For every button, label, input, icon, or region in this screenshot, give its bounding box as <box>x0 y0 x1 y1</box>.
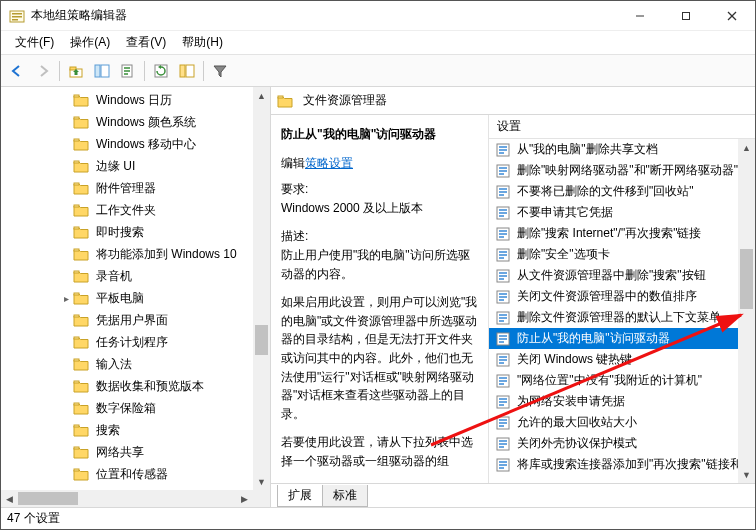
up-button[interactable] <box>64 59 88 83</box>
scroll-right-icon[interactable]: ▶ <box>236 490 253 507</box>
svg-rect-26 <box>74 315 79 317</box>
settings-item-label: 允许的最大回收站大小 <box>517 414 637 431</box>
edit-policy-link[interactable]: 策略设置 <box>305 156 353 170</box>
details-pane: 文件资源管理器 防止从"我的电脑"访问驱动器 编辑策略设置 要求: Window… <box>271 87 755 507</box>
tree-item[interactable]: 输入法 <box>1 353 253 375</box>
settings-item[interactable]: 删除"映射网络驱动器"和"断开网络驱动器" <box>489 160 738 181</box>
settings-item[interactable]: 关闭外壳协议保护模式 <box>489 433 738 454</box>
minimize-button[interactable] <box>617 1 663 31</box>
svg-rect-11 <box>101 65 109 77</box>
settings-item[interactable]: 关闭 Windows 键热键 <box>489 349 738 370</box>
toolbar <box>1 55 755 87</box>
title-bar: 本地组策略编辑器 <box>1 1 755 31</box>
export-button[interactable] <box>116 59 140 83</box>
maximize-button[interactable] <box>663 1 709 31</box>
tree-item[interactable]: 任务计划程序 <box>1 331 253 353</box>
scroll-up-icon[interactable]: ▲ <box>253 87 270 104</box>
svg-rect-66 <box>499 293 507 295</box>
view-tabs: 扩展 标准 <box>271 483 755 507</box>
settings-item-label: 关闭外壳协议保护模式 <box>517 435 637 452</box>
tree-item-label: 搜索 <box>93 421 123 440</box>
settings-item[interactable]: 将库或搜索连接器添加到"再次搜索"链接和 <box>489 454 738 475</box>
tree-item[interactable]: 位置和传感器 <box>1 463 253 485</box>
settings-item-label: 删除"安全"选项卡 <box>517 246 610 263</box>
settings-item[interactable]: 为网络安装申请凭据 <box>489 391 738 412</box>
svg-rect-96 <box>499 446 504 448</box>
list-vscroll[interactable]: ▲ ▼ <box>738 139 755 483</box>
svg-rect-67 <box>499 296 507 298</box>
menu-help[interactable]: 帮助(H) <box>176 32 229 53</box>
svg-rect-60 <box>499 257 504 259</box>
pane-title: 文件资源管理器 <box>303 92 387 109</box>
menu-file[interactable]: 文件(F) <box>9 32 60 53</box>
tree-item[interactable]: 网络共享 <box>1 441 253 463</box>
menu-bar: 文件(F) 操作(A) 查看(V) 帮助(H) <box>1 31 755 55</box>
scroll-down-icon[interactable]: ▼ <box>253 473 270 490</box>
settings-item[interactable]: 防止从"我的电脑"访问驱动器 <box>489 328 738 349</box>
tab-standard[interactable]: 标准 <box>322 485 368 507</box>
settings-item[interactable]: 删除文件资源管理器的默认上下文菜单 <box>489 307 738 328</box>
settings-column-header[interactable]: 设置 <box>489 115 755 139</box>
settings-item[interactable]: 删除"安全"选项卡 <box>489 244 738 265</box>
refresh-button[interactable] <box>149 59 173 83</box>
properties-button[interactable] <box>175 59 199 83</box>
forward-button[interactable] <box>31 59 55 83</box>
svg-rect-99 <box>499 464 507 466</box>
settings-item[interactable]: 从"我的电脑"删除共享文档 <box>489 139 738 160</box>
scroll-up-icon[interactable]: ▲ <box>738 139 755 156</box>
tree-item[interactable]: 凭据用户界面 <box>1 309 253 331</box>
svg-rect-88 <box>499 404 504 406</box>
expand-icon[interactable]: ▸ <box>59 293 73 304</box>
tree-item[interactable]: 工作文件夹 <box>1 199 253 221</box>
tree-item-label: 位置和传感器 <box>93 465 171 484</box>
settings-item[interactable]: "网络位置"中没有"我附近的计算机" <box>489 370 738 391</box>
settings-item-label: 删除文件资源管理器的默认上下文菜单 <box>517 309 721 326</box>
svg-rect-39 <box>499 149 507 151</box>
status-bar: 47 个设置 <box>1 507 755 529</box>
svg-rect-54 <box>499 230 507 232</box>
filter-button[interactable] <box>208 59 232 83</box>
tree-item[interactable]: 录音机 <box>1 265 253 287</box>
svg-rect-62 <box>499 272 507 274</box>
tree-item[interactable]: Windows 移动中心 <box>1 133 253 155</box>
tree-item[interactable]: 将功能添加到 Windows 10 <box>1 243 253 265</box>
settings-item[interactable]: 不要申请其它凭据 <box>489 202 738 223</box>
settings-item[interactable]: 删除"搜索 Internet"/"再次搜索"链接 <box>489 223 738 244</box>
tree-item-label: 数字保险箱 <box>93 399 159 418</box>
tree-item[interactable]: 数据收集和预览版本 <box>1 375 253 397</box>
tree-item-label: Windows 日历 <box>93 91 175 110</box>
settings-item[interactable]: 从文件资源管理器中删除"搜索"按钮 <box>489 265 738 286</box>
settings-item-label: 删除"搜索 Internet"/"再次搜索"链接 <box>517 225 701 242</box>
tree-item[interactable]: 边缘 UI <box>1 155 253 177</box>
tree-item[interactable]: Windows 颜色系统 <box>1 111 253 133</box>
tree-vscroll[interactable]: ▲ ▼ <box>253 87 270 490</box>
settings-item[interactable]: 允许的最大回收站大小 <box>489 412 738 433</box>
svg-rect-22 <box>74 227 79 229</box>
menu-view[interactable]: 查看(V) <box>120 32 172 53</box>
tree-item-label: 边缘 UI <box>93 157 138 176</box>
show-hide-tree-button[interactable] <box>90 59 114 83</box>
tree-item[interactable]: 数字保险箱 <box>1 397 253 419</box>
tree-item[interactable]: Windows 日历 <box>1 89 253 111</box>
svg-rect-17 <box>74 117 79 119</box>
tree-item[interactable]: ▸平板电脑 <box>1 287 253 309</box>
settings-item[interactable]: 关闭文件资源管理器中的数值排序 <box>489 286 738 307</box>
svg-rect-3 <box>12 19 18 21</box>
window-title: 本地组策略编辑器 <box>31 7 617 24</box>
tree-hscroll[interactable]: ◀ ▶ <box>1 490 253 507</box>
tree-item[interactable]: 即时搜索 <box>1 221 253 243</box>
tree-item[interactable]: 附件管理器 <box>1 177 253 199</box>
scroll-down-icon[interactable]: ▼ <box>738 466 755 483</box>
close-button[interactable] <box>709 1 755 31</box>
svg-rect-76 <box>499 341 504 343</box>
tree-item[interactable]: 搜索 <box>1 419 253 441</box>
svg-rect-52 <box>499 215 504 217</box>
svg-rect-5 <box>683 12 690 19</box>
settings-list-panel: 设置 从"我的电脑"删除共享文档删除"映射网络驱动器"和"断开网络驱动器"不要将… <box>489 115 755 483</box>
menu-action[interactable]: 操作(A) <box>64 32 116 53</box>
svg-rect-90 <box>499 419 507 421</box>
tab-extended[interactable]: 扩展 <box>277 485 323 507</box>
back-button[interactable] <box>5 59 29 83</box>
scroll-left-icon[interactable]: ◀ <box>1 490 18 507</box>
settings-item[interactable]: 不要将已删除的文件移到"回收站" <box>489 181 738 202</box>
